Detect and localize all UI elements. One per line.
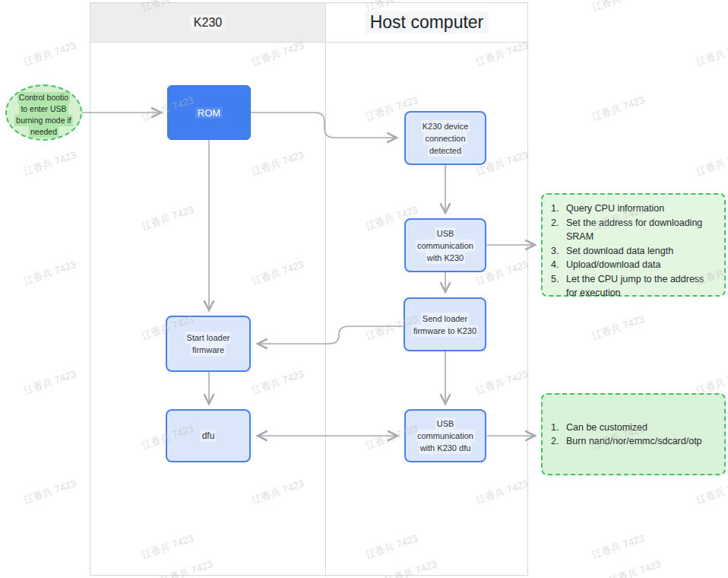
annotation-list-item: 1.Query CPU information (551, 202, 716, 216)
node-text-line: Send loader (421, 313, 469, 325)
annotation-list-item: 1.Can be customized (551, 421, 716, 435)
list-item-text: Query CPU information (566, 202, 716, 216)
list-item-text: Burn nand/nor/emmc/sdcard/otp (566, 434, 716, 449)
annotation-list-item: 2.Set the address for downloading SRAM (551, 216, 716, 244)
annotation-dfu-capabilities: 1.Can be customized2.Burn nand/nor/emmc/… (541, 393, 726, 475)
node-text-line: with K230 (426, 252, 465, 264)
list-item-number: 2. (551, 434, 566, 449)
annotation-usb-protocol-steps: 1.Query CPU information2.Set the address… (541, 193, 726, 297)
list-item-text: Let the CPU jump to the address for exec… (566, 272, 716, 300)
arrow-send-loader-to-start-loader (258, 326, 403, 344)
arrow-rom-to-device-detected (251, 113, 397, 138)
list-item-text: Can be customized (566, 421, 716, 435)
annotation-list-item: 2.Burn nand/nor/emmc/sdcard/otp (551, 434, 716, 449)
list-item-text: Set download data length (566, 244, 716, 259)
annotation-list-item: 4.Upload/download data (551, 258, 716, 272)
annotation-list-item: 3.Set download data length (551, 244, 716, 259)
node-text-line: burning mode if (14, 115, 72, 126)
node-text-line: USB (435, 418, 456, 430)
node-usb-communication: USB communication with K230 (404, 218, 486, 272)
list-item-number: 1. (551, 421, 566, 435)
node-text-line: firmware (191, 344, 226, 356)
node-text-line: K230 device (421, 120, 470, 132)
list-item-text: Set the address for downloading SRAM (566, 216, 716, 244)
node-usb-communication-dfu: USB communication with K230 dfu (404, 409, 486, 462)
node-label: dfu (201, 430, 217, 442)
node-text-line: connection (423, 132, 467, 144)
node-text-line: Control bootio (17, 92, 70, 103)
list-item-number: 4. (551, 258, 566, 272)
node-device-detected: K230 device connection detected (404, 111, 486, 165)
list-item-number: 2. (551, 216, 566, 244)
node-text-line: Start loader (185, 332, 232, 344)
node-send-loader-firmware: Send loader firmware to K230 (404, 297, 486, 351)
node-label: ROM (195, 107, 223, 119)
node-text-line: with K230 dfu (419, 442, 473, 454)
node-text-line-clipped: needed (29, 126, 59, 138)
list-item-text: Upload/download data (566, 258, 716, 272)
list-item-number: 5. (551, 272, 566, 300)
node-dfu: dfu (166, 409, 251, 462)
annotation-list-item: 5.Let the CPU jump to the address for ex… (551, 272, 716, 300)
list-item-number: 1. (551, 202, 566, 216)
node-text-line: communication (416, 430, 475, 442)
node-text-line: detected (428, 144, 463, 157)
node-text-line: to enter USB (19, 103, 68, 115)
list-item-number: 3. (551, 244, 566, 259)
node-rom: ROM (167, 85, 251, 140)
node-control-bootio: Control bootio to enter USB burning mode… (5, 84, 82, 141)
node-text-line: USB (435, 227, 456, 240)
node-start-loader-firmware: Start loader firmware (166, 316, 251, 372)
node-text-line: firmware to K230 (412, 325, 478, 337)
diagram-canvas: K230 Host computer Control bootio to ent… (0, 0, 728, 578)
node-text-line: communication (416, 240, 475, 252)
